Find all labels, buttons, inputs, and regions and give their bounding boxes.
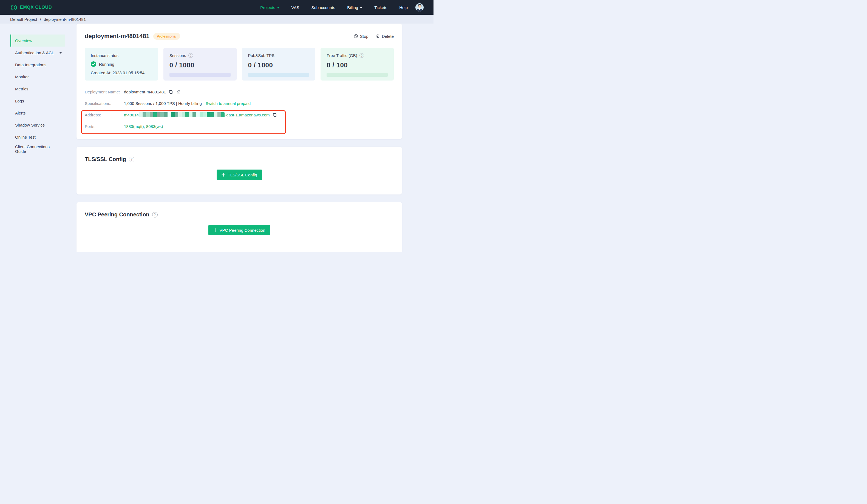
nav-item-billing[interactable]: Billing (347, 5, 362, 10)
page-title: deployment-m4801481 (85, 33, 149, 40)
stat-cards: Instance status Running Created At: 2023… (85, 48, 394, 80)
deployment-overview-card: deployment-m4801481 Professional Stop (76, 24, 402, 139)
stat-label: Instance status (91, 53, 118, 58)
help-icon[interactable]: ? (360, 53, 364, 58)
created-at-text: Created At: 2023.01.05 15:54 (91, 70, 152, 75)
chevron-down-icon (277, 7, 279, 9)
chevron-down-icon (360, 7, 362, 9)
delete-button[interactable]: Delete (376, 34, 394, 39)
nav-item-subaccounts[interactable]: Subaccounts (311, 5, 335, 10)
stat-pubsub-tps: Pub&Sub TPS 0 / 1000 (242, 48, 315, 80)
stop-icon (354, 34, 358, 39)
address-suffix: -east-1.amazonaws.com (225, 112, 269, 117)
breadcrumb: Default Project / deployment-m4801481 (0, 15, 434, 24)
ports-value: 1883(mqtt), 8083(ws) (124, 124, 163, 129)
stat-free-traffic: Free Traffic (GB) ? 0 / 100 (321, 48, 394, 80)
plus-icon (213, 228, 217, 232)
instance-status-value: Running (99, 62, 114, 67)
copy-icon (272, 112, 277, 117)
add-tls-ssl-config-button[interactable]: TLS/SSL Config (217, 169, 262, 180)
deployment-name-row: Deployment Name: deployment-m4801481 (85, 88, 394, 96)
copy-icon (169, 90, 173, 94)
edit-name-button[interactable] (176, 90, 181, 94)
deployment-name-label: Deployment Name: (85, 90, 124, 94)
address-redaction-mosaic (139, 112, 225, 117)
deployment-actions: Stop Delete (354, 34, 394, 39)
nav-menu: Projects VAS Subaccounts Billing Tickets… (260, 5, 408, 10)
traffic-progress-bar (327, 73, 388, 77)
trash-icon (376, 34, 380, 39)
stat-sessions: Sessions ? 0 / 1000 (163, 48, 237, 80)
deployment-header: deployment-m4801481 Professional Stop (85, 32, 394, 41)
plan-badge: Professional (153, 33, 180, 40)
nav-item-projects[interactable]: Projects (260, 5, 279, 10)
avatar-face (418, 5, 421, 8)
stat-label: Sessions (170, 53, 186, 58)
deployment-name-value: deployment-m4801481 (124, 90, 166, 94)
stop-button[interactable]: Stop (354, 34, 368, 39)
breadcrumb-project[interactable]: Default Project (10, 17, 37, 22)
chevron-down-icon (60, 52, 62, 54)
sidebar-item-data-integrations[interactable]: Data Integrations (10, 59, 65, 71)
vpc-peering-card: VPC Peering Connection ? VPC Peering Con… (76, 202, 402, 252)
specifications-value: 1,000 Sessions / 1,000 TPS | Hourly bill… (124, 101, 202, 106)
add-vpc-peering-button[interactable]: VPC Peering Connection (208, 225, 270, 235)
stat-label: Pub&Sub TPS (248, 53, 275, 58)
address-label: Address: (85, 112, 124, 117)
address-row: Address: m48014 -east-1.amazonaws.com (85, 111, 394, 119)
stat-instance-status: Instance status Running Created At: 2023… (85, 48, 158, 80)
avatar-tie (419, 10, 420, 11)
main-content: deployment-m4801481 Professional Stop (76, 24, 402, 252)
copy-name-button[interactable] (169, 90, 173, 94)
plus-icon (222, 173, 225, 177)
sidebar-item-overview[interactable]: Overview (10, 34, 65, 46)
tps-value: 0 / 1000 (248, 61, 309, 69)
specifications-row: Specifications: 1,000 Sessions / 1,000 T… (85, 99, 394, 107)
nav-item-help[interactable]: Help (399, 5, 408, 10)
sidebar: Overview Authentication & ACL Data Integ… (0, 24, 76, 155)
traffic-value: 0 / 100 (327, 61, 388, 69)
help-icon[interactable]: ? (189, 53, 193, 58)
sidebar-item-client-connections-guide[interactable]: Client Connections Guide (10, 143, 65, 155)
stat-label: Free Traffic (GB) (327, 53, 357, 58)
switch-annual-prepaid-link[interactable]: Switch to annual prepaid (206, 101, 250, 106)
brand-logo[interactable]: EMQX CLOUD (10, 4, 52, 11)
nav-item-vas[interactable]: VAS (291, 5, 299, 10)
specifications-label: Specifications: (85, 101, 124, 106)
sidebar-item-monitor[interactable]: Monitor (10, 71, 65, 83)
emqx-logo-icon (10, 4, 17, 11)
help-icon[interactable]: ? (152, 212, 158, 218)
sessions-progress-bar (170, 73, 231, 77)
tps-progress-bar (248, 73, 309, 77)
sidebar-item-metrics[interactable]: Metrics (10, 83, 65, 95)
brand-name: EMQX CLOUD (20, 5, 52, 10)
edit-pencil-icon (176, 90, 181, 94)
sessions-value: 0 / 1000 (170, 61, 231, 69)
tls-ssl-config-card: TLS/SSL Config ? TLS/SSL Config (76, 147, 402, 195)
ports-label: Ports: (85, 124, 124, 129)
breadcrumb-separator: / (40, 17, 41, 22)
copy-address-button[interactable] (272, 112, 277, 117)
breadcrumb-current: deployment-m4801481 (44, 17, 86, 22)
sidebar-item-authentication-acl[interactable]: Authentication & ACL (10, 46, 65, 59)
nav-item-tickets[interactable]: Tickets (374, 5, 387, 10)
vpc-peering-title: VPC Peering Connection (85, 211, 149, 218)
running-check-icon (91, 61, 96, 67)
user-avatar[interactable] (415, 3, 424, 11)
deployment-info: Deployment Name: deployment-m4801481 (85, 88, 394, 130)
sidebar-item-shadow-service[interactable]: Shadow Service (10, 119, 65, 131)
top-nav: EMQX CLOUD Projects VAS Subaccounts Bill… (0, 0, 434, 15)
sidebar-item-online-test[interactable]: Online Test (10, 131, 65, 143)
address-prefix: m48014 (124, 112, 139, 117)
help-icon[interactable]: ? (129, 157, 135, 162)
ports-row: Ports: 1883(mqtt), 8083(ws) (85, 122, 394, 130)
tls-ssl-config-title: TLS/SSL Config (85, 156, 126, 162)
sidebar-item-alerts[interactable]: Alerts (10, 107, 65, 119)
sidebar-item-logs[interactable]: Logs (10, 95, 65, 107)
